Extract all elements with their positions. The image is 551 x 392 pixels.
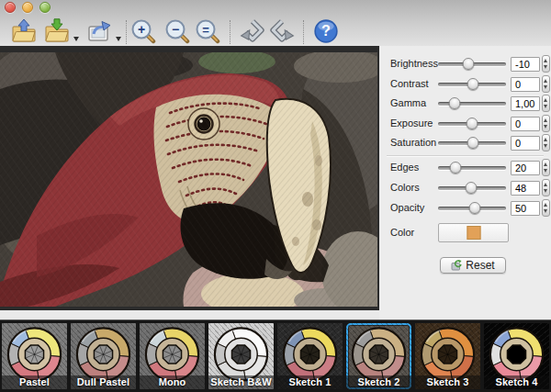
opacity-slider[interactable] <box>438 201 506 216</box>
exposure-value-field[interactable]: 0 <box>511 117 540 131</box>
exposure-stepper[interactable] <box>542 115 550 132</box>
edges-stepper[interactable] <box>542 159 550 176</box>
preset-label: Sketch B&W <box>208 375 274 389</box>
slider-thumb[interactable] <box>467 137 479 149</box>
brightness-row: Brightness -10 <box>379 57 551 72</box>
preset-label: Mono <box>140 375 205 389</box>
exposure-row: Exposure 0 <box>379 117 551 131</box>
opacity-label: Opacity <box>390 202 424 213</box>
toolbar-separator <box>303 20 304 44</box>
contrast-value-field[interactable]: 0 <box>511 77 540 92</box>
gamma-row: Gamma 1,00 <box>379 96 551 111</box>
question-mark-icon: ? <box>313 18 339 44</box>
preset-tile-mono[interactable]: Mono <box>140 323 205 389</box>
help-button[interactable]: ? <box>313 18 339 44</box>
reset-button-label: Reset <box>466 259 494 272</box>
brightness-stepper[interactable] <box>542 55 550 73</box>
saturation-row: Saturation 0 <box>379 136 551 151</box>
zoom-out-button[interactable]: − <box>164 18 190 44</box>
parrot-artwork <box>0 52 377 307</box>
color-swatch <box>467 226 480 240</box>
brightness-label: Brightness <box>390 58 438 69</box>
gamma-label: Gamma <box>390 97 426 108</box>
preset-tile-sketch-4[interactable]: Sketch 4 <box>484 323 549 389</box>
svg-text:=: = <box>202 23 209 37</box>
colors-label: Colors <box>390 182 420 193</box>
edges-value-field[interactable]: 20 <box>511 161 540 175</box>
undo-button[interactable] <box>240 18 265 44</box>
color-label: Color <box>390 227 414 238</box>
preset-label: Sketch 2 <box>346 375 411 389</box>
slider-thumb[interactable] <box>467 78 479 90</box>
open-button[interactable] <box>11 18 37 44</box>
slider-thumb[interactable] <box>467 118 478 129</box>
slider-thumb[interactable] <box>468 202 480 214</box>
edges-label: Edges <box>390 162 419 173</box>
colors-value-field[interactable]: 48 <box>511 181 540 196</box>
reset-button[interactable]: Reset <box>440 257 506 274</box>
preset-tile-dull-pastel[interactable]: Dull Pastel <box>71 323 136 389</box>
slider-thumb[interactable] <box>465 182 477 194</box>
slider-thumb[interactable] <box>463 58 475 70</box>
saturation-slider[interactable] <box>438 136 506 151</box>
export-button[interactable] <box>86 18 112 44</box>
export-dropdown-caret[interactable] <box>116 37 121 41</box>
redo-arrow-icon <box>269 18 295 44</box>
preset-tile-sketch-1[interactable]: Sketch 1 <box>277 323 343 389</box>
gamma-value-field[interactable]: 1,00 <box>511 96 540 111</box>
saturation-stepper[interactable] <box>542 134 550 151</box>
app-window: + − = <box>0 0 551 392</box>
preset-strip: Pastel Dull Pastel <box>0 319 551 392</box>
exposure-label: Exposure <box>390 118 433 129</box>
toolbar-separator <box>230 20 231 44</box>
close-window-button[interactable] <box>5 2 16 13</box>
contrast-slider[interactable] <box>438 77 506 92</box>
saturation-value-field[interactable]: 0 <box>511 136 540 151</box>
zoom-actual-size-button[interactable]: = <box>195 18 220 44</box>
svg-text:+: + <box>138 22 145 37</box>
exposure-slider[interactable] <box>438 117 506 131</box>
svg-text:?: ? <box>321 22 331 39</box>
saturation-label: Saturation <box>390 137 436 148</box>
brightness-value-field[interactable]: -10 <box>511 57 540 72</box>
opacity-value-field[interactable]: 50 <box>511 201 540 216</box>
magnifier-equal-icon: = <box>195 18 220 44</box>
zoom-in-button[interactable]: + <box>130 18 156 44</box>
contrast-stepper[interactable] <box>542 75 550 93</box>
contrast-row: Contrast 0 <box>379 77 551 92</box>
preset-label: Pastel <box>2 375 67 389</box>
folder-open-up-icon <box>11 18 37 44</box>
preset-tile-pastel[interactable]: Pastel <box>2 323 67 389</box>
reset-icon <box>451 260 462 271</box>
colors-stepper[interactable] <box>542 179 550 196</box>
preset-tile-sketch-bw[interactable]: Sketch B&W <box>208 323 274 389</box>
preset-tile-sketch-3[interactable]: Sketch 3 <box>415 323 480 389</box>
color-well-button[interactable] <box>438 223 509 242</box>
preset-label: Dull Pastel <box>71 375 136 389</box>
save-button[interactable] <box>44 18 70 44</box>
preset-label: Sketch 3 <box>415 375 480 389</box>
gamma-slider[interactable] <box>438 96 506 111</box>
toolbar-separator <box>126 20 127 44</box>
panel-divider <box>387 155 544 156</box>
minimize-window-button[interactable] <box>22 2 33 13</box>
adjustments-panel: Brightness -10 Contrast 0 Gamma 1,00 <box>379 46 551 319</box>
edges-row: Edges 20 <box>379 161 551 175</box>
edges-slider[interactable] <box>438 161 506 175</box>
zoom-window-button[interactable] <box>39 2 51 13</box>
magnifier-minus-icon: − <box>164 18 190 44</box>
save-dropdown-caret[interactable] <box>73 37 79 41</box>
slider-thumb[interactable] <box>448 97 460 109</box>
redo-button[interactable] <box>269 18 295 44</box>
slider-thumb[interactable] <box>449 162 461 174</box>
gamma-stepper[interactable] <box>542 95 550 112</box>
opacity-stepper[interactable] <box>542 199 550 217</box>
brightness-slider[interactable] <box>438 57 506 72</box>
colors-row: Colors 48 <box>379 181 551 196</box>
undo-arrow-icon <box>240 18 265 44</box>
magnifier-plus-icon: + <box>130 18 156 44</box>
preset-tile-sketch-2[interactable]: Sketch 2 <box>346 323 411 389</box>
colors-slider[interactable] <box>438 181 506 196</box>
folder-save-down-icon <box>44 18 70 44</box>
image-canvas[interactable] <box>0 52 377 307</box>
